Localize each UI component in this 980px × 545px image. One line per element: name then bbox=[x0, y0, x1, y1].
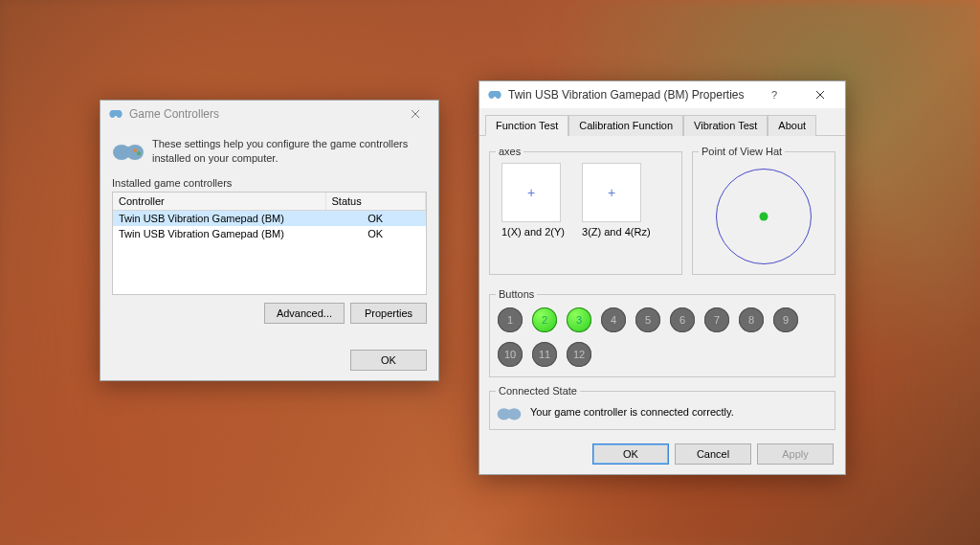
svg-rect-7 bbox=[503, 410, 515, 418]
controller-name: Twin USB Vibration Gamepad (BM) bbox=[113, 210, 325, 226]
close-button[interactable] bbox=[799, 81, 841, 108]
crosshair-icon: + bbox=[608, 186, 615, 199]
axes-zrz-label: 3(Z) and 4(Rz) bbox=[582, 226, 651, 238]
controllers-listview[interactable]: Controller Status Twin USB Vibration Gam… bbox=[112, 192, 427, 295]
window-title: Twin USB Vibration Gamepad (BM) Properti… bbox=[508, 88, 749, 102]
controller-name: Twin USB Vibration Gamepad (BM) bbox=[113, 226, 325, 241]
table-row[interactable]: Twin USB Vibration Gamepad (BM)OK bbox=[113, 210, 426, 226]
axes-xy: + 1(X) and 2(Y) bbox=[501, 163, 565, 238]
game-controllers-dialog: Game Controllers These settings help you… bbox=[100, 100, 439, 381]
connected-state-group: Connected State Your game controller is … bbox=[489, 385, 835, 430]
titlebar[interactable]: Game Controllers bbox=[100, 101, 438, 127]
pov-legend: Point of View Hat bbox=[699, 146, 785, 157]
gamepad-icon bbox=[496, 402, 523, 421]
gamepad-icon bbox=[487, 87, 502, 102]
tab-function-test[interactable]: Function Test bbox=[485, 115, 568, 136]
close-button[interactable] bbox=[396, 101, 434, 127]
svg-point-4 bbox=[137, 151, 141, 155]
axes-group: axes + 1(X) and 2(Y) + 3(Z) and 4(Rz) bbox=[489, 146, 682, 275]
ok-button[interactable]: OK bbox=[592, 443, 669, 465]
tabstrip: Function Test Calibration Function Vibra… bbox=[479, 108, 845, 136]
help-text: These settings help you configure the ga… bbox=[152, 137, 427, 166]
controller-button-3: 3 bbox=[567, 307, 591, 332]
controller-button-8: 8 bbox=[739, 307, 764, 332]
controller-button-2: 2 bbox=[532, 307, 557, 332]
controller-button-4: 4 bbox=[601, 307, 626, 332]
axes-zrz: + 3(Z) and 4(Rz) bbox=[582, 163, 651, 238]
window-title: Game Controllers bbox=[129, 107, 390, 121]
axes-xy-label: 1(X) and 2(Y) bbox=[501, 226, 565, 238]
tabpage-function-test: axes + 1(X) and 2(Y) + 3(Z) and 4(Rz) Po… bbox=[479, 136, 845, 445]
controller-button-6: 6 bbox=[670, 307, 695, 332]
connected-legend: Connected State bbox=[496, 385, 580, 397]
axes-legend: axes bbox=[496, 146, 523, 157]
controller-status: OK bbox=[325, 226, 425, 241]
gamepad-large-icon bbox=[112, 137, 145, 162]
installed-controllers-legend: Installed game controllers bbox=[112, 177, 232, 189]
controller-status: OK bbox=[325, 210, 425, 226]
buttons-legend: Buttons bbox=[496, 288, 537, 300]
pov-indicator bbox=[716, 169, 812, 264]
column-header-controller[interactable]: Controller bbox=[113, 193, 325, 211]
dialog-body: These settings help you configure the ga… bbox=[100, 127, 438, 333]
pov-dot-icon bbox=[760, 213, 768, 221]
titlebar[interactable]: Twin USB Vibration Gamepad (BM) Properti… bbox=[479, 81, 845, 108]
pov-group: Point of View Hat bbox=[692, 146, 835, 275]
controller-button-10: 10 bbox=[498, 342, 523, 367]
tab-vibration[interactable]: Vibration Test bbox=[683, 115, 768, 136]
properties-button[interactable]: Properties bbox=[350, 303, 427, 324]
crosshair-icon: + bbox=[527, 186, 535, 199]
buttons-group: Buttons 123456789101112 bbox=[489, 288, 835, 377]
tab-calibration[interactable]: Calibration Function bbox=[568, 115, 683, 136]
installed-controllers-group: Installed game controllers Controller St… bbox=[112, 177, 427, 295]
apply-button[interactable]: Apply bbox=[757, 443, 834, 465]
controller-button-11: 11 bbox=[532, 342, 557, 367]
column-header-status[interactable]: Status bbox=[325, 193, 425, 211]
help-button[interactable]: ? bbox=[755, 81, 793, 108]
controller-button-5: 5 bbox=[635, 307, 660, 332]
controller-button-12: 12 bbox=[567, 342, 591, 367]
advanced-button[interactable]: Advanced... bbox=[264, 303, 345, 324]
gamepad-icon bbox=[108, 106, 123, 122]
controller-button-9: 9 bbox=[773, 307, 798, 332]
svg-point-3 bbox=[133, 148, 137, 152]
cancel-button[interactable]: Cancel bbox=[675, 443, 751, 465]
connected-text: Your game controller is connected correc… bbox=[530, 406, 734, 418]
table-row[interactable]: Twin USB Vibration Gamepad (BM)OK bbox=[113, 226, 426, 241]
controller-button-7: 7 bbox=[704, 307, 729, 332]
controller-button-1: 1 bbox=[498, 307, 523, 332]
ok-button[interactable]: OK bbox=[350, 350, 427, 371]
tab-about[interactable]: About bbox=[768, 115, 816, 136]
gamepad-properties-dialog: Twin USB Vibration Gamepad (BM) Properti… bbox=[479, 80, 846, 475]
